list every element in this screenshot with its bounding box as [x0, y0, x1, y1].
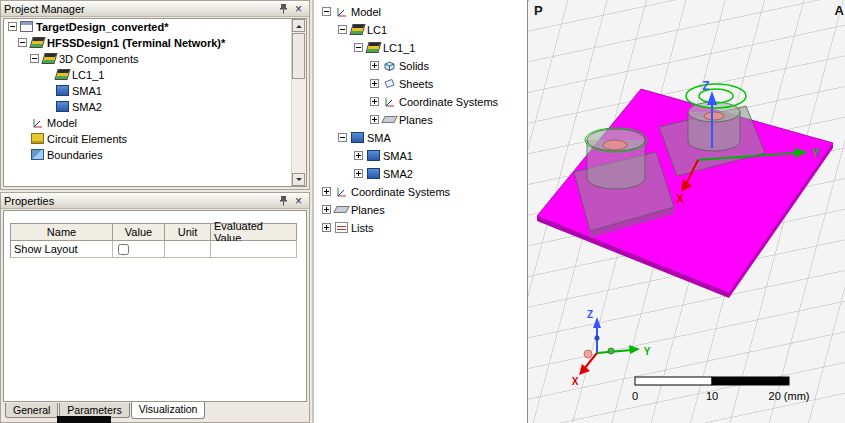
scroll-down-button[interactable] — [292, 173, 305, 186]
tree-item-label: Coordinate Systems — [399, 95, 498, 109]
tree-item-planes[interactable]: Planes — [314, 112, 527, 128]
expand-icon[interactable] — [370, 115, 379, 124]
triad-x-arrowhead — [579, 364, 590, 375]
viewport-3d[interactable]: P A Z — [528, 0, 845, 423]
tree-item-lc1-1[interactable]: LC1_1 — [4, 67, 306, 83]
tree-item-boundaries[interactable]: Boundaries — [4, 147, 306, 163]
tab-visualization[interactable]: Visualization — [131, 402, 206, 419]
scrollbar-vertical[interactable] — [291, 19, 306, 186]
tree-item-sma[interactable]: SMA — [314, 130, 527, 146]
tree-item-3d-components[interactable]: 3D Components — [4, 51, 306, 67]
triad-z-label: Z — [587, 309, 593, 320]
expand-icon[interactable] — [322, 187, 331, 196]
properties-titlebar[interactable]: Properties × — [1, 193, 309, 209]
properties-table: Name Value Unit Evaluated Value Show Lay… — [10, 223, 297, 258]
project-tree: TargetDesign_converted* HFSSDesign1 (Ter… — [3, 18, 307, 187]
circuit-elements-icon — [31, 133, 44, 144]
expand-icon[interactable] — [370, 79, 379, 88]
coordinate-systems-icon — [383, 96, 396, 107]
tree-item-circuit-elements[interactable]: Circuit Elements — [4, 131, 306, 147]
tree-item-model-root[interactable]: Model — [314, 4, 527, 20]
tree-item-label: Solids — [399, 59, 429, 73]
property-evaluated-cell — [211, 241, 297, 258]
tree-item-coordinate-systems[interactable]: Coordinate Systems — [314, 94, 527, 110]
collapse-icon[interactable] — [322, 7, 331, 16]
triad-z-arrowhead — [593, 317, 601, 328]
tree-item-label: SMA2 — [383, 167, 413, 181]
triad-y-ball — [608, 348, 614, 354]
coordinate-systems-icon — [335, 186, 348, 197]
application-window: Project Manager × TargetDesign_converted… — [0, 0, 845, 423]
expand-icon[interactable] — [370, 61, 379, 70]
close-icon[interactable]: × — [291, 194, 306, 207]
tree-item-planes-root[interactable]: Planes — [314, 202, 527, 218]
collapse-icon[interactable] — [338, 25, 347, 34]
tree-item-project[interactable]: TargetDesign_converted* — [4, 19, 306, 35]
expand-icon[interactable] — [354, 169, 363, 178]
property-name-cell: Show Layout — [11, 241, 113, 258]
triad-y-arrowhead — [629, 345, 640, 354]
tree-item-lc1-1[interactable]: LC1_1 — [314, 40, 527, 56]
tree-item-coordinate-systems-root[interactable]: Coordinate Systems — [314, 184, 527, 200]
sma-dielectric-left — [603, 140, 627, 150]
tree-item-sma1[interactable]: SMA1 — [4, 83, 306, 99]
pin-icon-glyph — [279, 4, 288, 14]
column-header-evaluated-value[interactable]: Evaluated Value — [211, 224, 297, 241]
tree-item-label: Planes — [399, 113, 433, 127]
column-header-name[interactable]: Name — [11, 224, 113, 241]
tree-item-model[interactable]: Model — [4, 115, 306, 131]
expand-icon[interactable] — [322, 205, 331, 214]
scale-bar-segment-white — [635, 377, 712, 385]
component-icon — [367, 168, 380, 179]
3d-scene[interactable]: Z Y X Z Y X 0 10 20 (mm) — [528, 0, 845, 423]
triad-x-label: X — [572, 376, 579, 387]
tree-item-label: Circuit Elements — [47, 132, 127, 146]
scale-tick-20mm: 20 (mm) — [769, 390, 810, 402]
collapse-icon[interactable] — [30, 54, 39, 63]
tree-item-label: Boundaries — [47, 148, 103, 162]
tree-item-design[interactable]: HFSSDesign1 (Terminal Network)* — [4, 35, 306, 51]
expand-icon[interactable] — [370, 97, 379, 106]
triad-y-label: Y — [644, 346, 651, 357]
tree-item-solids[interactable]: Solids — [314, 58, 527, 74]
axis-z-arrowhead — [707, 91, 717, 105]
tree-item-lc1[interactable]: LC1 — [314, 22, 527, 38]
project-manager-titlebar[interactable]: Project Manager × — [1, 1, 309, 17]
expand-icon[interactable] — [354, 151, 363, 160]
design-icon — [29, 37, 45, 48]
pin-icon-glyph — [279, 196, 288, 206]
component-icon — [56, 85, 69, 96]
collapse-icon[interactable] — [8, 22, 17, 31]
tree-item-label: Coordinate Systems — [351, 185, 450, 199]
tree-item-sma2[interactable]: SMA2 — [314, 166, 527, 182]
collapse-icon[interactable] — [18, 38, 27, 47]
scale-tick-0: 0 — [632, 390, 638, 402]
component-icon — [367, 150, 380, 161]
show-layout-checkbox[interactable] — [118, 244, 129, 255]
arrow-down-icon — [296, 178, 302, 184]
tree-item-label: LC1 — [367, 23, 387, 37]
pin-icon[interactable] — [276, 2, 291, 15]
sma-dielectric-right — [704, 112, 724, 120]
tree-item-sma2[interactable]: SMA2 — [4, 99, 306, 115]
tree-item-sheets[interactable]: Sheets — [314, 76, 527, 92]
scale-bar-segment-black — [712, 377, 789, 385]
property-value-cell — [113, 241, 165, 258]
column-header-unit[interactable]: Unit — [165, 224, 211, 241]
tree-item-label: SMA1 — [72, 84, 102, 98]
scroll-thumb[interactable] — [292, 33, 305, 79]
collapse-icon[interactable] — [338, 133, 347, 142]
tab-general[interactable]: General — [5, 403, 58, 418]
expand-icon[interactable] — [322, 223, 331, 232]
tree-item-label: LC1_1 — [72, 68, 104, 82]
properties-title: Properties — [4, 195, 276, 207]
close-icon[interactable]: × — [291, 2, 306, 15]
tree-item-lists[interactable]: Lists — [314, 220, 527, 236]
pin-icon[interactable] — [276, 194, 291, 207]
component-icon — [365, 42, 381, 53]
scroll-up-button[interactable] — [292, 19, 305, 32]
column-header-value[interactable]: Value — [113, 224, 165, 241]
collapse-icon[interactable] — [354, 43, 363, 52]
tree-item-sma1[interactable]: SMA1 — [314, 148, 527, 164]
tree-item-label: Lists — [351, 221, 374, 235]
